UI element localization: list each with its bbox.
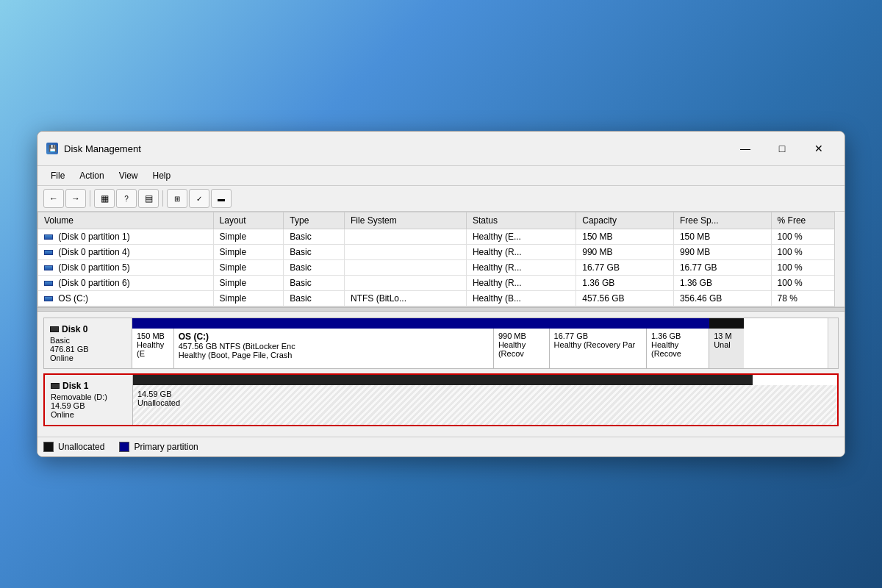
- cell-percent: 100 %: [771, 260, 844, 276]
- disk0-part6[interactable]: 13 M Unal: [709, 329, 744, 368]
- disk0-title: Disk 0: [50, 324, 126, 334]
- disk1-icon: [51, 383, 60, 389]
- disk0-part1-status: Healthy (E: [137, 340, 169, 358]
- disk0-bar-3: [494, 318, 550, 329]
- table-row[interactable]: (Disk 0 partition 4) Simple Basic Health…: [38, 245, 845, 260]
- cell-status: Healthy (R...: [466, 260, 576, 276]
- cell-free: 150 MB: [673, 229, 771, 245]
- cell-type: Basic: [284, 276, 345, 291]
- cell-volume: (Disk 0 partition 5): [38, 260, 214, 276]
- title-bar: 💾 Disk Management — □ ✕: [37, 132, 845, 166]
- disk0-part3-size: 990 MB: [498, 331, 545, 340]
- disk-map: Disk 0 Basic 476.81 GB Online: [37, 312, 845, 437]
- disk1-content-row: 14.59 GB Unallocated: [133, 385, 837, 425]
- toolbar-btn-1[interactable]: ▦: [94, 189, 115, 208]
- disk0-part5[interactable]: 1.36 GB Healthy (Recove: [647, 329, 709, 368]
- disk0-part1[interactable]: 150 MB Healthy (E: [132, 329, 174, 368]
- disk1-title: Disk 1: [51, 381, 126, 391]
- disk0-bar-row: [132, 318, 828, 329]
- disk1-status: Online: [51, 410, 126, 419]
- disk0-part4-size: 16.77 GB: [554, 331, 642, 340]
- legend-unallocated-box: [43, 442, 54, 452]
- col-free: Free Sp...: [673, 212, 771, 229]
- table-row[interactable]: (Disk 0 partition 5) Simple Basic Health…: [38, 260, 845, 276]
- menu-help[interactable]: Help: [146, 168, 179, 184]
- disk0-part2-status: Healthy (Boot, Page File, Crash: [179, 351, 489, 359]
- disk1-bar-1: [133, 375, 753, 385]
- menu-bar: File Action View Help: [37, 166, 845, 186]
- toolbar-btn-2[interactable]: ?: [116, 189, 137, 208]
- disk-table: Volume Layout Type File System Status Ca…: [37, 212, 845, 306]
- window-title: Disk Management: [64, 143, 141, 154]
- cell-volume: (Disk 0 partition 6): [38, 276, 214, 291]
- cell-filesystem: [344, 276, 466, 291]
- cell-status: Healthy (R...: [466, 276, 576, 291]
- disk0-part3[interactable]: 990 MB Healthy (Recov: [494, 329, 550, 368]
- disk1-partitions: 14.59 GB Unallocated: [133, 375, 837, 425]
- col-status: Status: [466, 212, 576, 229]
- cell-volume: OS (C:): [38, 291, 214, 306]
- app-icon: 💾: [46, 143, 58, 154]
- table-row[interactable]: OS (C:) Simple Basic NTFS (BitLo... Heal…: [38, 291, 845, 306]
- disk0-part2[interactable]: OS (C:) 457.56 GB NTFS (BitLocker Enc He…: [174, 329, 494, 368]
- disk0-part5-status: Healthy (Recove: [651, 340, 704, 358]
- col-layout: Layout: [213, 212, 284, 229]
- disk-map-scrollbar[interactable]: [828, 318, 838, 368]
- main-content: Volume Layout Type File System Status Ca…: [37, 212, 845, 456]
- toolbar-btn-3[interactable]: ▤: [138, 189, 159, 208]
- minimize-button[interactable]: —: [728, 137, 762, 159]
- col-type: Type: [284, 212, 345, 229]
- volume-icon: [44, 265, 53, 270]
- disk1-unalloc-size: 14.59 GB: [137, 390, 833, 398]
- table-row[interactable]: (Disk 0 partition 1) Simple Basic Health…: [38, 229, 845, 245]
- disk0-part3-status: Healthy (Recov: [498, 340, 545, 358]
- forward-button[interactable]: →: [65, 189, 86, 208]
- cell-layout: Simple: [213, 291, 284, 306]
- legend-primary-box: [119, 442, 129, 452]
- cell-layout: Simple: [213, 260, 284, 276]
- cell-capacity: 16.77 GB: [576, 260, 674, 276]
- cell-volume: (Disk 0 partition 1): [38, 229, 214, 245]
- disk0-content-row: 150 MB Healthy (E OS (C:) 457.56 GB NTFS…: [132, 329, 828, 368]
- cell-percent: 78 %: [771, 291, 844, 306]
- toolbar-btn-6[interactable]: ▬: [211, 189, 232, 208]
- toolbar-btn-4[interactable]: ⊞: [167, 189, 187, 208]
- table-row[interactable]: (Disk 0 partition 6) Simple Basic Health…: [38, 276, 845, 291]
- disk0-part4-status: Healthy (Recovery Par: [554, 340, 642, 349]
- disk0-bar-4: [550, 318, 647, 329]
- col-capacity: Capacity: [576, 212, 674, 229]
- disk1-unallocated[interactable]: 14.59 GB Unallocated: [133, 385, 837, 425]
- window-controls: — □ ✕: [728, 137, 836, 159]
- disk0-partitions: 150 MB Healthy (E OS (C:) 457.56 GB NTFS…: [132, 318, 828, 368]
- disk0-part1-size: 150 MB: [137, 331, 169, 340]
- volume-icon: [44, 250, 53, 255]
- menu-view[interactable]: View: [112, 168, 146, 184]
- menu-file[interactable]: File: [43, 168, 72, 184]
- cell-type: Basic: [284, 260, 345, 276]
- maximize-button[interactable]: □: [765, 137, 799, 159]
- back-button[interactable]: ←: [43, 189, 64, 208]
- table-scrollbar[interactable]: [834, 212, 845, 306]
- cell-filesystem: NTFS (BitLo...: [344, 291, 466, 306]
- volume-icon: [44, 234, 53, 240]
- disk1-unalloc-label: Unallocated: [137, 398, 833, 407]
- legend-primary-label: Primary partition: [134, 442, 198, 452]
- cell-free: 990 MB: [673, 245, 771, 260]
- cell-free: 1.36 GB: [673, 276, 771, 291]
- menu-action[interactable]: Action: [72, 168, 111, 184]
- disk0-bar-1: [132, 318, 174, 329]
- legend-primary: Primary partition: [119, 442, 198, 452]
- disk1-row[interactable]: Disk 1 Removable (D:) 14.59 GB Online 14…: [43, 373, 839, 426]
- cell-layout: Simple: [213, 276, 284, 291]
- toolbar-btn-5[interactable]: ✓: [189, 189, 209, 208]
- close-button[interactable]: ✕: [802, 137, 836, 159]
- disk0-part4[interactable]: 16.77 GB Healthy (Recovery Par: [550, 329, 647, 368]
- cell-filesystem: [344, 229, 466, 245]
- disk0-part6-status: Unal: [714, 340, 739, 349]
- cell-layout: Simple: [213, 229, 284, 245]
- cell-status: Healthy (B...: [466, 291, 576, 306]
- disk1-size: 14.59 GB: [51, 401, 126, 410]
- disk0-bar-spacer: [744, 318, 828, 329]
- cell-status: Healthy (E...: [466, 229, 576, 245]
- toolbar: ← → ▦ ? ▤ ⊞ ✓ ▬: [37, 186, 845, 212]
